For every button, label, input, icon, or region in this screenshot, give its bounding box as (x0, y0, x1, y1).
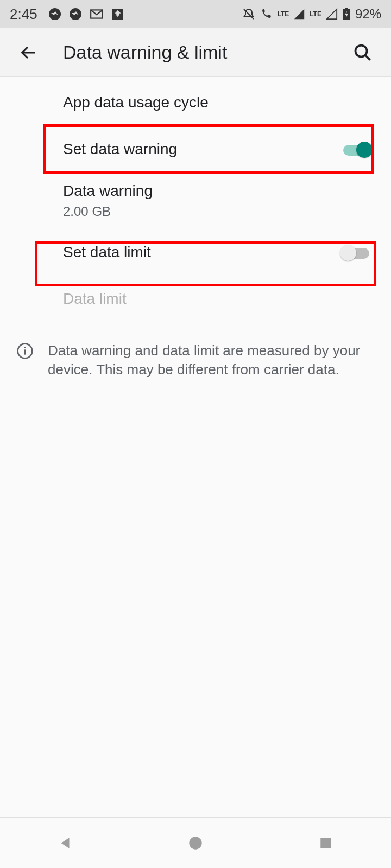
svg-point-10 (189, 837, 201, 849)
svg-rect-8 (24, 349, 26, 354)
data-limit-row: Data limit (0, 276, 391, 322)
nav-recent-button[interactable] (293, 827, 358, 859)
data-warning-row[interactable]: Data warning 2.00 GB (0, 173, 391, 229)
battery-percent: 92% (355, 7, 381, 22)
status-time: 2:45 (10, 6, 37, 23)
info-icon (16, 341, 34, 379)
navigation-bar (0, 817, 391, 868)
page-title: Data warning & limit (63, 42, 350, 63)
signal-icon (293, 8, 305, 20)
status-bar: 2:45 LTE LTE 92% (0, 0, 391, 28)
row-subtitle: 2.00 GB (63, 204, 373, 219)
row-title: App data usage cycle (63, 94, 373, 111)
gmail-icon (90, 7, 104, 21)
battery-charging-icon (342, 8, 351, 21)
dnd-icon (242, 8, 255, 21)
row-title: Set data limit (63, 244, 340, 261)
messenger-icon (69, 8, 82, 21)
signal-empty-icon (326, 8, 338, 20)
nav-back-button[interactable] (33, 827, 98, 859)
row-title: Set data warning (63, 141, 340, 158)
info-row: Data warning and data limit are measured… (0, 328, 391, 392)
messenger-icon (48, 8, 61, 21)
set-data-warning-row[interactable]: Set data warning (0, 126, 391, 173)
row-title: Data limit (63, 290, 373, 308)
set-data-warning-toggle[interactable] (340, 139, 373, 159)
set-data-limit-toggle[interactable] (340, 242, 373, 262)
settings-list: App data usage cycle Set data warning Da… (0, 77, 391, 392)
set-data-limit-row[interactable]: Set data limit (0, 229, 391, 276)
svg-rect-9 (24, 347, 26, 348)
svg-point-6 (356, 45, 367, 56)
app-data-usage-cycle-row[interactable]: App data usage cycle (0, 79, 391, 126)
search-button[interactable] (350, 40, 376, 66)
usb-icon (111, 8, 124, 21)
row-title: Data warning (63, 182, 373, 200)
nav-home-button[interactable] (163, 827, 228, 859)
app-bar: Data warning & limit (0, 28, 391, 77)
lte-icon: LTE (310, 10, 321, 18)
info-text: Data warning and data limit are measured… (34, 341, 373, 379)
wifi-calling-icon (260, 8, 273, 21)
divider (0, 328, 391, 328)
svg-rect-5 (345, 8, 348, 9)
svg-rect-11 (320, 838, 331, 848)
back-button[interactable] (15, 40, 41, 66)
lte-icon: LTE (277, 10, 289, 18)
